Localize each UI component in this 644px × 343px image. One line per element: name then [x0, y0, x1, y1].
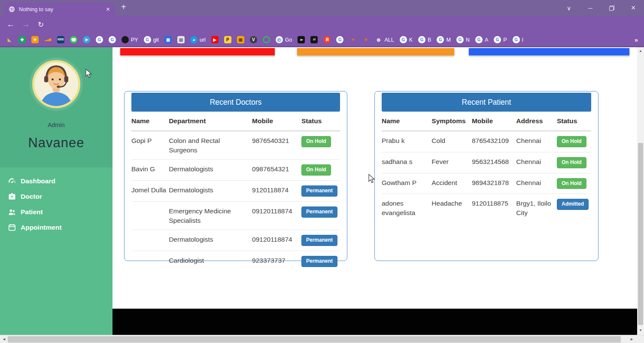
cell-name [131, 201, 169, 230]
bookmark-v-dark[interactable]: V [250, 36, 257, 43]
cell-name: Bavin G [131, 160, 169, 181]
tab-close-icon[interactable]: × [105, 6, 111, 13]
bookmark-google-k-icon: G [400, 36, 407, 43]
horizontal-scroll-thumb[interactable] [8, 336, 621, 343]
bookmark-google-b[interactable]: GB [418, 36, 431, 43]
bookmark-youtube-icon: ▶ [211, 36, 219, 43]
cell-status: On Hold [557, 131, 591, 152]
recent-doctors-panel: Recent Doctors NameDepartmentMobileStatu… [124, 91, 347, 261]
bookmark-url-shortener-label: url [200, 37, 206, 43]
stat-bar-orange [297, 48, 454, 55]
sidebar-item-dashboard[interactable]: Dashboard [0, 173, 112, 189]
cell-mobile: 9894321878 [472, 173, 516, 194]
bookmark-ieee[interactable]: IEEE [57, 36, 64, 43]
bookmark-booking[interactable]: ▦ [164, 36, 172, 43]
bookmark-google-k-label: K [409, 37, 413, 43]
sidebar-item-patient[interactable]: Patient [0, 204, 112, 220]
bookmark-kaggle[interactable]: ✦ [349, 36, 356, 43]
bookmark-google-b-icon: G [418, 36, 425, 43]
bookmark-calendar[interactable]: ▤ [177, 36, 185, 43]
cell-mobile: 09120118874 [252, 201, 301, 230]
bookmark-go[interactable]: ◴Go [276, 36, 292, 43]
new-tab-button[interactable]: + [121, 2, 126, 12]
bookmark-adsense-icon: ◣ [6, 36, 13, 43]
scroll-down-icon[interactable]: ▼ [637, 328, 644, 332]
table-row: Prabu kCold8765432109ChennaiOn Hold [382, 131, 591, 152]
bookmarks-bar: ◣✚❖▂▄▆IEEE☎➤GGPYGgit▦▤◕url▶P▣V◴Go➢clЯG✦✳… [0, 33, 644, 47]
bookmark-bird-black[interactable]: ➢ [298, 36, 305, 43]
bookmark-google-i-label: I [522, 37, 523, 43]
scroll-right-icon[interactable]: ► [630, 337, 634, 341]
cell-address: Chennai [516, 152, 557, 173]
bookmark-google-2[interactable]: G [109, 36, 116, 43]
bookmark-camera[interactable]: ▣ [237, 36, 244, 43]
bookmark-url-shortener-icon: ◕ [190, 36, 197, 43]
table-row: Cardiologist923373737Permanent [131, 251, 340, 272]
bookmark-ieee-icon: IEEE [57, 36, 64, 43]
browser-tab[interactable]: Nothing to say × [4, 3, 115, 16]
sidebar-item-appointment[interactable]: Appointment [0, 220, 112, 235]
bookmark-sheets[interactable]: ✚ [18, 36, 26, 43]
bookmark-google-i[interactable]: GI [513, 36, 523, 43]
bookmark-booking-icon: ▦ [164, 36, 172, 43]
bookmark-all[interactable]: ◍ALL [375, 36, 394, 43]
bookmark-github-py[interactable]: PY [122, 36, 138, 43]
bookmark-adsense[interactable]: ◣ [6, 36, 13, 43]
minimize-button[interactable]: ─ [580, 0, 601, 16]
bookmark-google-1-icon: G [96, 36, 103, 43]
bookmark-analytics[interactable]: ▂▄▆ [44, 36, 52, 43]
vertical-scrollbar[interactable]: ▲ ▼ [637, 47, 644, 335]
bookmark-google-m[interactable]: GM [437, 36, 450, 43]
column-header: Mobile [472, 112, 516, 131]
bookmark-google-k[interactable]: GK [400, 36, 413, 43]
scroll-left-icon[interactable]: ◄ [2, 337, 6, 341]
scroll-up-icon[interactable]: ▲ [637, 49, 644, 53]
vertical-scroll-thumb[interactable] [638, 143, 643, 325]
bookmark-google-git[interactable]: Ggit [144, 36, 159, 43]
table-row: sadhana sFever9563214568ChennaiOn Hold [382, 152, 591, 173]
bookmark-google-3[interactable]: G [336, 36, 343, 43]
close-button[interactable]: × [623, 0, 644, 16]
table-row: Gowtham PAccident9894321878ChennaiOn Hol… [382, 173, 591, 194]
cell-department: Dermatologists [169, 181, 252, 202]
bookmark-google-2-icon: G [109, 36, 116, 43]
bookmark-google-n[interactable]: GN [456, 36, 470, 43]
bookmark-url-shortener[interactable]: ◕url [190, 36, 206, 43]
bookmark-p-yellow[interactable]: P [224, 36, 231, 43]
bookmark-yandex[interactable]: Я [323, 36, 331, 43]
table-row: Dermatologists09120118874Permanent [131, 230, 340, 251]
bookmark-analytics-icon: ▂▄▆ [44, 36, 52, 43]
bookmark-google-a[interactable]: GA [475, 36, 488, 43]
tab-search-icon[interactable]: ∨ [558, 0, 580, 16]
bookmark-green-ring[interactable] [263, 36, 270, 43]
bookmark-spider[interactable]: ✳ [362, 36, 369, 43]
horizontal-scrollbar[interactable]: ◄ ► [0, 335, 644, 343]
sidebar-item-label: Appointment [21, 224, 62, 231]
bookmark-youtube[interactable]: ▶ [211, 36, 219, 43]
bookmark-craigslist[interactable]: cl [310, 36, 318, 43]
cell-status: Permanent [301, 230, 340, 251]
restore-button[interactable] [601, 0, 623, 16]
cell-status: Permanent [301, 181, 340, 202]
bookmark-telegram[interactable]: ➤ [83, 36, 90, 43]
cell-mobile: 0987654321 [252, 160, 301, 181]
bookmark-whatsapp[interactable]: ☎ [70, 36, 77, 43]
cell-status: Admitted [557, 194, 591, 222]
bookmark-google-n-label: N [466, 37, 470, 43]
globe-favicon-icon [9, 6, 15, 12]
bookmark-google-1[interactable]: G [96, 36, 103, 43]
bookmarks-overflow-icon[interactable]: » [635, 36, 638, 43]
bookmark-google-p[interactable]: GP [494, 36, 507, 43]
bookmark-gfg[interactable]: ❖ [31, 36, 39, 43]
table-row: Bavin GDermatologists0987654321On Hold [131, 160, 340, 181]
bookmark-v-dark-icon: V [250, 36, 257, 43]
sidebar-item-doctor[interactable]: Doctor [0, 189, 112, 204]
back-button[interactable]: ← [4, 16, 17, 33]
reload-button[interactable]: ↻ [34, 16, 47, 33]
cell-status: On Hold [301, 131, 340, 160]
forward-button[interactable]: → [19, 16, 32, 33]
bookmark-sheets-icon: ✚ [18, 36, 26, 43]
cell-name: Prabu k [382, 131, 431, 152]
tab-title: Nothing to say [19, 6, 105, 12]
bookmark-calendar-icon: ▤ [177, 36, 185, 43]
